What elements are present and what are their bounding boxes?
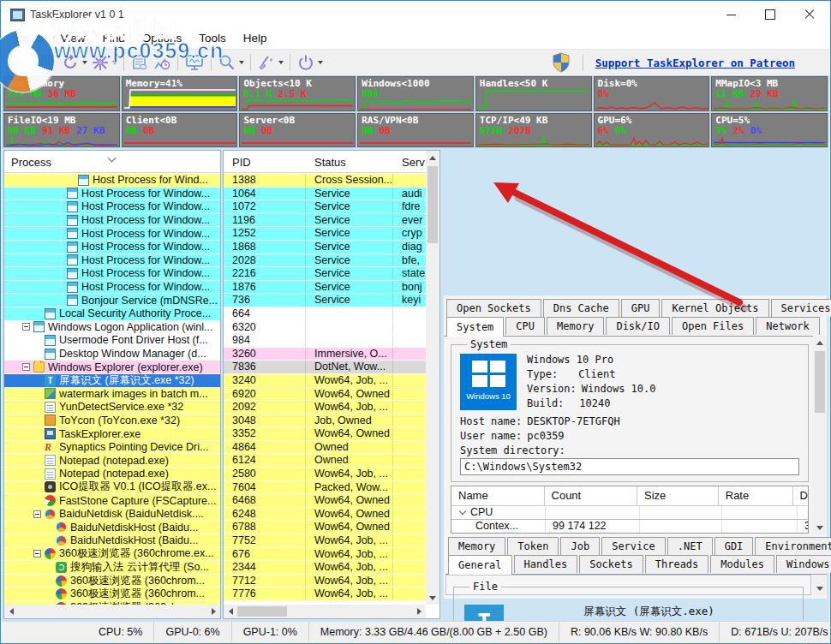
dropdown-arrow-icon[interactable] (318, 61, 323, 64)
tab[interactable]: Sockets (579, 555, 643, 573)
table-row[interactable]: 6124 Owned (224, 454, 426, 468)
history-button[interactable] (151, 51, 173, 74)
tab[interactable]: Handles (514, 555, 578, 573)
graph-client[interactable]: Client<0B 0B0B (122, 113, 238, 148)
cleanup-button[interactable] (255, 51, 285, 74)
tree-item[interactable]: Windows Logon Application (winl... (4, 321, 220, 335)
tab[interactable]: Network (756, 317, 820, 335)
scroll-down-button[interactable] (426, 591, 439, 605)
graph-objects[interactable]: Objects<10 K 8.1 K2.5 K (239, 76, 356, 111)
table-row[interactable]: 1072 Service fdre (224, 200, 426, 214)
table-row[interactable]: 736 Service keyi (224, 294, 426, 307)
graph-cpu[interactable]: CPU=5% 3%2%0% (711, 113, 828, 148)
column-header-count[interactable]: Count (545, 486, 638, 505)
table-row[interactable]: 4864 Owned (224, 441, 426, 455)
tree-item[interactable]: Notepad (notepad.exe) (4, 468, 220, 481)
table-row[interactable]: 2028 Service bfe, (224, 254, 426, 268)
menu-item[interactable]: Tools (190, 32, 235, 45)
tree-item[interactable]: FastStone Capture (FSCapture... (4, 494, 220, 508)
graph-tcpip[interactable]: TCP/IP<49 KB 671B207B (475, 113, 592, 148)
tab[interactable]: Kernel Objects (661, 299, 768, 317)
graph-gpu-memory[interactable]: Gpu Memory 225 MB36 MB (3, 76, 120, 111)
table-row[interactable]: 2344 Wow64, Job, ... (224, 561, 426, 575)
table-row[interactable]: 6788 Wow64, Owned (224, 521, 426, 534)
graph-memory[interactable]: Memory=41% (122, 76, 238, 111)
tab[interactable]: Service (601, 537, 666, 555)
tree-item[interactable]: 搜狗输入法 云计算代理 (So... (4, 561, 220, 575)
dropdown-arrow-icon[interactable] (82, 61, 87, 64)
scroll-up-button[interactable] (813, 336, 827, 349)
graph-mmapio[interactable]: MMapIO<3 MB 11 KB29 KB (711, 76, 828, 111)
table-row[interactable]: 6320 (224, 321, 426, 335)
tree-item[interactable]: Host Process for Window... (4, 267, 220, 281)
table-row[interactable]: 6248 Wow64, Owned (224, 508, 426, 522)
tree-item[interactable]: Notepad (notepad.exe) (4, 454, 220, 468)
process-tree-header[interactable]: Process (4, 151, 220, 173)
tab[interactable]: GPU (621, 299, 661, 317)
table-row[interactable]: 7752 Wow64, Job, ... (224, 534, 426, 548)
tab[interactable]: Job (560, 537, 600, 555)
table-row[interactable]: 2216 Service state (224, 267, 426, 281)
column-header-size[interactable]: Size (637, 486, 719, 505)
tree-item[interactable]: Local Security Authority Proce... (4, 307, 220, 321)
table-row[interactable]: 3260 Immersive, O... (224, 348, 426, 361)
scrollbar-thumb[interactable] (815, 351, 825, 413)
scroll-down-button[interactable] (813, 581, 827, 595)
tree-item[interactable]: 屏幕识文 (屏幕识文.exe *32) (4, 374, 220, 388)
table-horizontal-scrollbar[interactable] (224, 605, 426, 618)
tree-item[interactable]: Host Process for Window... (4, 214, 220, 228)
tree-item[interactable]: Host Process for Window... (4, 227, 220, 241)
collapse-expander-icon[interactable] (33, 510, 41, 518)
tab[interactable]: Open Sockets (446, 299, 541, 317)
patreon-link[interactable]: Support TaskExplorer on Patreon (595, 57, 795, 69)
tree-item[interactable]: Bonjour Service (mDNSRe... (4, 294, 220, 307)
settings-button[interactable] (5, 51, 27, 74)
tree-item[interactable]: 360极速浏览器 (360chrom... (4, 575, 220, 588)
graph-disk[interactable]: Disk=0% 0% (594, 76, 710, 111)
tree-item[interactable]: Synaptics Pointing Device Dri... (4, 441, 220, 455)
table-row[interactable]: 1876 Service bonj (224, 281, 426, 295)
column-header-pid[interactable]: PID (224, 156, 306, 172)
performance-row[interactable]: CPU (451, 506, 808, 520)
menu-item[interactable]: Options (134, 32, 191, 45)
collapse-expander-icon[interactable] (22, 323, 30, 331)
scroll-left-button[interactable] (224, 605, 237, 618)
column-header-status[interactable]: Status (306, 156, 393, 172)
dropdown-arrow-icon[interactable] (239, 61, 244, 64)
system-info-button[interactable] (182, 51, 206, 74)
tab[interactable]: CPU (505, 317, 545, 335)
scrollbar-thumb[interactable] (427, 166, 438, 243)
tree-item[interactable]: Usermode Font Driver Host (f... (4, 334, 220, 348)
tree-item[interactable]: ICO提取器 V0.1 (ICO提取器.ex... (4, 481, 220, 495)
tree-item[interactable]: 360极速浏览器 (360chrom... (4, 587, 220, 601)
table-row[interactable]: 6920 Wow64, Owned (224, 388, 426, 402)
tree-item[interactable]: Host Process for Window... (4, 200, 220, 214)
expand-all-button[interactable] (89, 51, 119, 74)
menu-item[interactable]: View (52, 32, 94, 45)
tree-item[interactable]: BaiduNetdiskHost (Baidu... (4, 521, 220, 534)
tab[interactable]: GDI (714, 537, 754, 555)
menu-item[interactable]: Find (94, 32, 134, 45)
table-row[interactable]: 1196 Service ever (224, 214, 426, 228)
scroll-left-button[interactable] (4, 605, 18, 618)
scroll-right-button[interactable] (412, 605, 426, 618)
tree-horizontal-scrollbar[interactable] (4, 605, 220, 618)
graph-fileio[interactable]: FileIO<19 MB 90 KB91 KB27 KB (3, 113, 120, 148)
graph-ras-vpn[interactable]: RAS/VPN<0B 0B0B (357, 113, 474, 148)
tab[interactable]: Disk/IO (606, 317, 670, 335)
table-row[interactable]: 676 Wow64, Job, ... (224, 548, 426, 562)
tree-item[interactable]: BaiduNetdiskHost (Baidu... (4, 534, 220, 548)
table-row[interactable]: 7836 DotNet, Wow... (224, 361, 426, 374)
refresh-button[interactable] (59, 51, 89, 74)
table-row[interactable]: 7776 Wow64, Job, ... (224, 587, 426, 601)
table-row[interactable]: 3048 Job, Owned (224, 414, 426, 428)
dropdown-arrow-icon[interactable] (112, 61, 117, 64)
column-header-d[interactable]: D (793, 486, 808, 505)
chevron-down-icon[interactable] (109, 153, 116, 160)
table-row[interactable]: 1064 Service audi (224, 188, 426, 201)
pause-button[interactable] (37, 51, 59, 74)
tree-item[interactable]: Host Process for Window... (4, 254, 220, 268)
graph-gpu[interactable]: GPU=6% 6%0% (594, 113, 710, 148)
table-row[interactable]: 1252 Service cryp (224, 227, 426, 241)
dropdown-arrow-icon[interactable] (278, 61, 284, 64)
